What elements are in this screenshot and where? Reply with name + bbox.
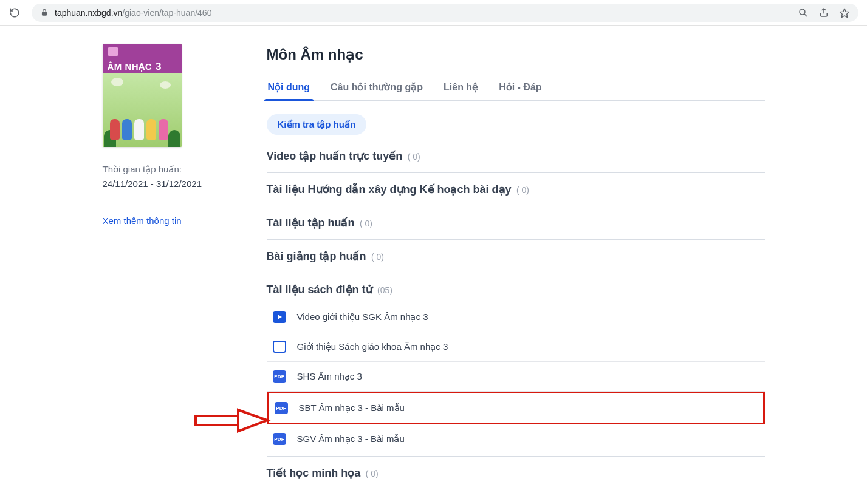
reload-icon[interactable] bbox=[9, 7, 21, 19]
lock-icon bbox=[40, 9, 49, 17]
training-time-label: Thời gian tập huấn: bbox=[103, 164, 224, 175]
browser-toolbar: taphuan.nxbgd.vn/giao-vien/tap-huan/460 bbox=[0, 0, 867, 26]
pdf-icon: PDF bbox=[275, 402, 288, 414]
section-title: Video tập huấn trực tuyến bbox=[267, 150, 403, 162]
section-lectures[interactable]: Bài giảng tập huấn ( 0) bbox=[267, 240, 765, 273]
resource-label: SBT Âm nhạc 3 - Bài mẫu bbox=[299, 403, 405, 414]
svg-line-2 bbox=[804, 13, 807, 16]
page-title: Môn Âm nhạc bbox=[267, 46, 765, 63]
resource-item[interactable]: PDF SGV Âm nhạc 3 - Bài mẫu bbox=[267, 424, 765, 454]
section-video[interactable]: Video tập huấn trực tuyến ( 0) bbox=[267, 140, 765, 173]
tab-faq[interactable]: Câu hỏi thường gặp bbox=[329, 81, 424, 100]
main-column: Môn Âm nhạc Nội dung Câu hỏi thường gặp … bbox=[267, 44, 765, 489]
url-host: taphuan.nxbgd.vn bbox=[55, 8, 122, 18]
resource-item[interactable]: PDF SHS Âm nhạc 3 bbox=[267, 362, 765, 392]
training-time-range: 24/11/2021 - 31/12/2021 bbox=[103, 179, 224, 189]
resource-list: Video giới thiệu SGK Âm nhạc 3 Giới thiệ… bbox=[267, 302, 765, 454]
highlighted-resource: PDF SBT Âm nhạc 3 - Bài mẫu bbox=[267, 392, 765, 424]
tab-bar: Nội dung Câu hỏi thường gặp Liên hệ Hỏi … bbox=[267, 81, 765, 101]
resource-label: Video giới thiệu SGK Âm nhạc 3 bbox=[297, 312, 428, 322]
tab-hoi-dap[interactable]: Hỏi - Đáp bbox=[498, 81, 543, 100]
slide-icon bbox=[273, 341, 286, 353]
resource-label: Giới thiệu Sách giáo khoa Âm nhạc 3 bbox=[297, 341, 448, 352]
tab-noi-dung[interactable]: Nội dung bbox=[267, 81, 312, 100]
section-count: ( 0) bbox=[366, 469, 379, 478]
resource-item[interactable]: Giới thiệu Sách giáo khoa Âm nhạc 3 bbox=[267, 332, 765, 362]
section-title: Bài giảng tập huấn bbox=[267, 250, 366, 262]
address-bar[interactable]: taphuan.nxbgd.vn/giao-vien/tap-huan/460 bbox=[32, 4, 858, 22]
page-body: ÂM NHẠC3 Thời gian tập huấn: 24/11/2021 … bbox=[0, 26, 867, 504]
section-title: Tài liệu Hướng dẫn xây dựng Kế hoạch bài… bbox=[267, 183, 512, 196]
svg-marker-4 bbox=[278, 315, 282, 319]
section-title: Tiết học minh họa bbox=[267, 467, 361, 479]
cover-subject: ÂM NHẠC bbox=[108, 61, 152, 72]
section-title: Tài liệu sách điện tử bbox=[267, 284, 372, 296]
section-count: ( 0) bbox=[360, 219, 372, 228]
cover-grade: 3 bbox=[156, 61, 162, 72]
video-icon bbox=[273, 311, 286, 323]
svg-point-1 bbox=[800, 9, 805, 15]
resource-label: SGV Âm nhạc 3 - Bài mẫu bbox=[297, 434, 405, 444]
tab-lien-he[interactable]: Liên hệ bbox=[442, 81, 479, 100]
more-info-link[interactable]: Xem thêm thông tin bbox=[103, 216, 182, 226]
exam-button[interactable]: Kiểm tra tập huấn bbox=[267, 114, 367, 135]
section-demo-class[interactable]: Tiết học minh họa ( 0) bbox=[267, 456, 765, 489]
sidebar: ÂM NHẠC3 Thời gian tập huấn: 24/11/2021 … bbox=[103, 44, 224, 489]
section-count: ( 0) bbox=[371, 252, 384, 262]
section-docs[interactable]: Tài liệu tập huấn ( 0) bbox=[267, 206, 765, 240]
section-count: (05) bbox=[377, 285, 392, 295]
resource-item[interactable]: Video giới thiệu SGK Âm nhạc 3 bbox=[267, 302, 765, 332]
book-cover: ÂM NHẠC3 bbox=[103, 44, 182, 147]
pdf-icon: PDF bbox=[273, 433, 286, 445]
section-title: Tài liệu tập huấn bbox=[267, 217, 355, 229]
share-icon[interactable] bbox=[818, 7, 829, 18]
svg-rect-0 bbox=[42, 12, 47, 15]
section-ebooks[interactable]: Tài liệu sách điện tử (05) bbox=[267, 273, 765, 299]
star-icon[interactable] bbox=[839, 7, 850, 18]
section-guide[interactable]: Tài liệu Hướng dẫn xây dựng Kế hoạch bài… bbox=[267, 173, 765, 206]
zoom-icon[interactable] bbox=[798, 7, 809, 18]
publisher-logo bbox=[108, 47, 118, 56]
resource-item[interactable]: PDF SBT Âm nhạc 3 - Bài mẫu bbox=[269, 393, 763, 423]
svg-marker-3 bbox=[840, 9, 849, 17]
section-count: ( 0) bbox=[516, 185, 529, 195]
pdf-icon: PDF bbox=[273, 370, 286, 383]
url-path: /giao-vien/tap-huan/460 bbox=[122, 8, 211, 18]
section-count: ( 0) bbox=[408, 152, 420, 162]
resource-label: SHS Âm nhạc 3 bbox=[297, 371, 362, 382]
